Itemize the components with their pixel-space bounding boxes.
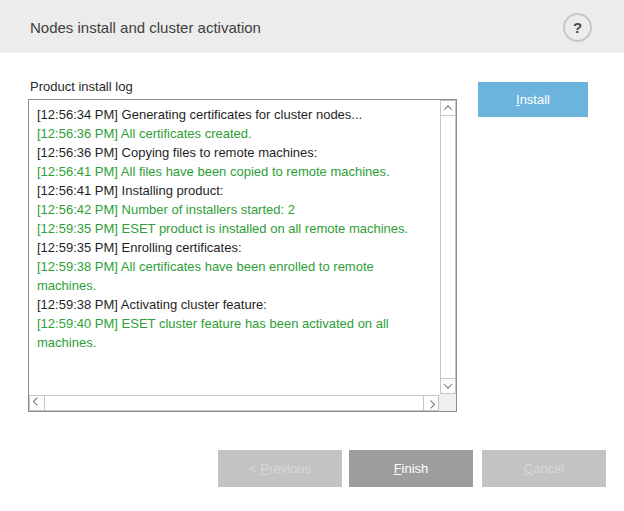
log-timestamp: [12:56:36 PM] <box>37 126 121 141</box>
log-message: Generating certificates for cluster node… <box>122 107 363 122</box>
vertical-scrollbar[interactable] <box>439 100 456 394</box>
log-timestamp: [12:56:36 PM] <box>37 145 122 160</box>
cancel-label: ancel <box>533 461 564 476</box>
wizard-header: Nodes install and cluster activation ? <box>0 0 624 53</box>
log-message: Installing product: <box>122 183 224 198</box>
log-line: [12:56:41 PM] All files have been copied… <box>37 162 431 181</box>
cancel-button[interactable]: Cancel <box>482 450 606 487</box>
wizard-window: Nodes install and cluster activation ? P… <box>0 0 624 511</box>
cancel-mnemonic: C <box>524 461 533 476</box>
log-line: [12:56:41 PM] Installing product: <box>37 181 431 200</box>
log-lines: [12:56:34 PM] Generating certificates fo… <box>29 100 439 394</box>
log-timestamp: [12:59:40 PM] <box>37 316 122 331</box>
log-timestamp: [12:59:38 PM] <box>37 297 121 312</box>
log-message: All certificates created. <box>121 126 252 141</box>
product-install-log[interactable]: [12:56:34 PM] Generating certificates fo… <box>28 99 457 412</box>
scroll-up-button[interactable] <box>440 100 456 116</box>
finish-button[interactable]: Finish <box>349 450 473 487</box>
chevron-right-icon <box>427 400 435 408</box>
log-line: [12:59:35 PM] Enrolling certificates: <box>37 238 431 257</box>
previous-button[interactable]: < Previous <box>218 450 342 487</box>
scroll-right-button[interactable] <box>423 395 439 411</box>
page-title: Nodes install and cluster activation <box>30 0 261 53</box>
horizontal-scroll-thumb[interactable] <box>45 395 423 411</box>
log-line: [12:59:38 PM] Activating cluster feature… <box>37 295 431 314</box>
log-message: All files have been copied to remote mac… <box>121 164 390 179</box>
log-timestamp: [12:59:35 PM] <box>37 240 122 255</box>
log-line: [12:56:34 PM] Generating certificates fo… <box>37 105 431 124</box>
install-button[interactable]: Install <box>478 82 588 117</box>
log-line: [12:59:40 PM] ESET cluster feature has b… <box>37 314 431 352</box>
chevron-up-icon <box>444 105 452 113</box>
log-message: Activating cluster feature: <box>121 297 267 312</box>
log-line: [12:59:35 PM] ESET product is installed … <box>37 219 431 238</box>
log-timestamp: [12:59:35 PM] <box>37 221 122 236</box>
log-line: [12:56:42 PM] Number of installers start… <box>37 200 431 219</box>
question-icon: ? <box>573 20 582 35</box>
log-timestamp: [12:56:41 PM] <box>37 183 122 198</box>
log-timestamp: [12:56:34 PM] <box>37 107 122 122</box>
scrollbar-corner <box>439 394 456 411</box>
log-timestamp: [12:59:38 PM] <box>37 259 121 274</box>
previous-label: revious <box>269 461 311 476</box>
log-message: Copying files to remote machines: <box>122 145 318 160</box>
log-line: [12:56:36 PM] All certificates created. <box>37 124 431 143</box>
help-button[interactable]: ? <box>563 13 592 42</box>
log-label: Product install log <box>30 79 133 94</box>
log-timestamp: [12:56:42 PM] <box>37 202 122 217</box>
log-message: Enrolling certificates: <box>122 240 242 255</box>
chevron-down-icon <box>444 380 452 388</box>
finish-label: inish <box>402 461 429 476</box>
finish-mnemonic: F <box>394 461 402 476</box>
log-message: ESET product is installed on all remote … <box>122 221 409 236</box>
previous-mnemonic: P <box>260 461 269 476</box>
log-line: [12:59:38 PM] All certificates have been… <box>37 257 431 295</box>
chevron-left-icon <box>33 397 41 405</box>
install-button-label: nstall <box>520 92 550 107</box>
horizontal-scrollbar[interactable] <box>29 394 439 411</box>
log-timestamp: [12:56:41 PM] <box>37 164 121 179</box>
scroll-down-button[interactable] <box>440 378 456 394</box>
log-message: Number of installers started: 2 <box>122 202 295 217</box>
vertical-scroll-thumb[interactable] <box>440 116 456 378</box>
log-line: [12:56:36 PM] Copying files to remote ma… <box>37 143 431 162</box>
previous-arrow: < <box>249 461 260 476</box>
scroll-left-button[interactable] <box>29 395 45 411</box>
